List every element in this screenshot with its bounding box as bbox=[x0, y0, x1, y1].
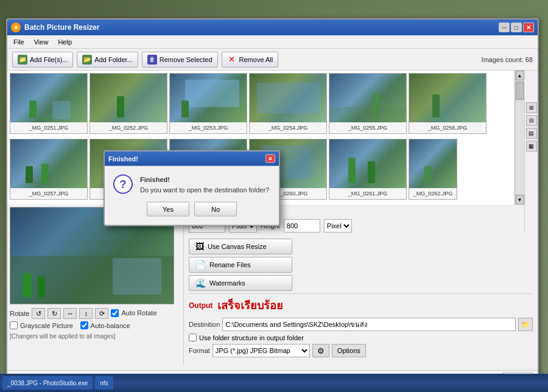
dialog-no-button[interactable]: No bbox=[194, 202, 237, 217]
dialog-title: Finished! bbox=[108, 155, 265, 163]
dialog-message: Finished! Do you want to open the destin… bbox=[140, 175, 269, 195]
dialog-body: ? Finished! Do you want to open the dest… bbox=[105, 166, 279, 225]
dialog-title-bar: Finished! ✕ bbox=[105, 152, 279, 166]
dialog-yes-button[interactable]: Yes bbox=[147, 202, 189, 217]
finished-dialog: Finished! ✕ ? Finished! Do you want to o… bbox=[104, 150, 280, 226]
dialog-line2: Do you want to open the destination fold… bbox=[140, 184, 269, 195]
desktop: ★ Batch Picture Resizer ─ □ ✕ File View … bbox=[0, 0, 548, 392]
dialog-overlay: Finished! ✕ ? Finished! Do you want to o… bbox=[0, 0, 548, 392]
dialog-line1: Finished! bbox=[140, 175, 269, 185]
dialog-buttons: Yes No bbox=[113, 202, 270, 217]
dialog-question-icon: ? bbox=[113, 175, 133, 194]
dialog-content: ? Finished! Do you want to open the dest… bbox=[113, 175, 270, 195]
dialog-close-button[interactable]: ✕ bbox=[265, 155, 275, 163]
